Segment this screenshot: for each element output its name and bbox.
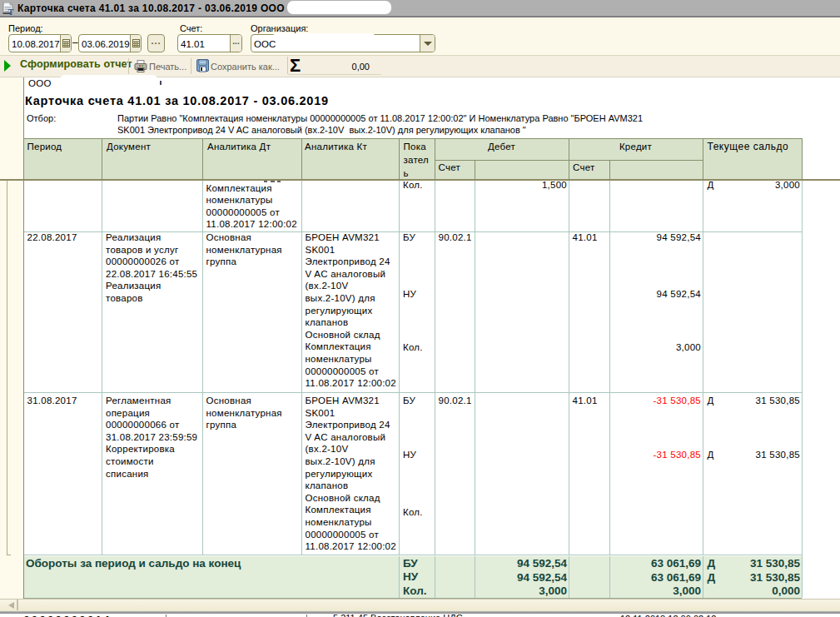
svg-text:T: T bbox=[8, 7, 14, 15]
